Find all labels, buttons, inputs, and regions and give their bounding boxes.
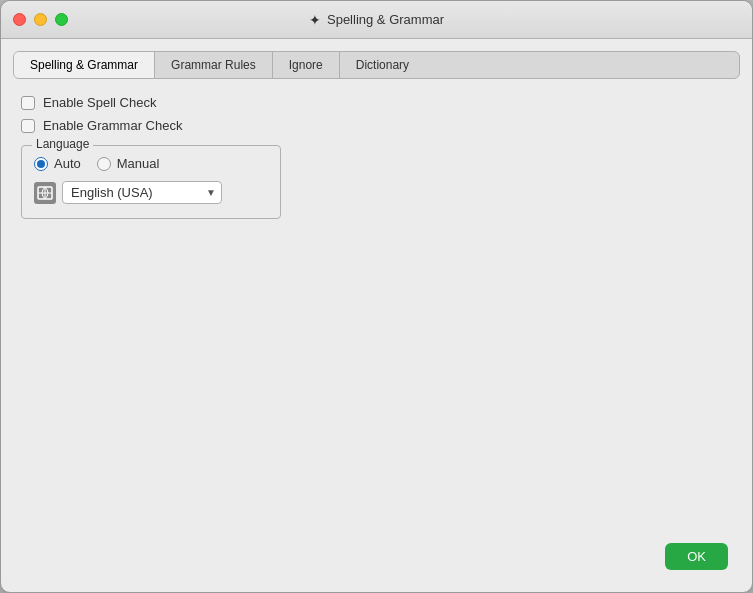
language-icon xyxy=(34,182,56,204)
main-window: ✦ Spelling & Grammar Spelling & Grammar … xyxy=(0,0,753,593)
traffic-lights xyxy=(13,13,68,26)
titlebar-text: Spelling & Grammar xyxy=(327,12,444,27)
minimize-button[interactable] xyxy=(34,13,47,26)
main-area xyxy=(21,219,732,529)
radio-manual-button[interactable] xyxy=(97,157,111,171)
radio-auto[interactable]: Auto xyxy=(34,156,81,171)
footer: OK xyxy=(13,533,740,580)
radio-auto-button[interactable] xyxy=(34,157,48,171)
tab-grammar-rules[interactable]: Grammar Rules xyxy=(155,52,273,78)
grammar-check-label: Enable Grammar Check xyxy=(43,118,182,133)
language-group: Language Auto Manual xyxy=(21,145,281,219)
tab-bar: Spelling & Grammar Grammar Rules Ignore … xyxy=(13,51,740,79)
tab-ignore[interactable]: Ignore xyxy=(273,52,340,78)
close-button[interactable] xyxy=(13,13,26,26)
ok-button[interactable]: OK xyxy=(665,543,728,570)
spell-check-label: Enable Spell Check xyxy=(43,95,156,110)
spell-check-checkbox[interactable] xyxy=(21,96,35,110)
language-legend: Language xyxy=(32,137,93,151)
window-content: Spelling & Grammar Grammar Rules Ignore … xyxy=(1,39,752,592)
maximize-button[interactable] xyxy=(55,13,68,26)
language-select-wrapper: English (USA) English (UK) Spanish Frenc… xyxy=(62,181,222,204)
language-select-row: English (USA) English (UK) Spanish Frenc… xyxy=(34,181,268,204)
radio-manual[interactable]: Manual xyxy=(97,156,160,171)
language-radio-row: Auto Manual xyxy=(34,156,268,171)
grammar-check-row: Enable Grammar Check xyxy=(21,118,732,133)
tab-content: Enable Spell Check Enable Grammar Check … xyxy=(13,91,740,533)
titlebar: ✦ Spelling & Grammar xyxy=(1,1,752,39)
spell-check-row: Enable Spell Check xyxy=(21,95,732,110)
tab-spelling-grammar[interactable]: Spelling & Grammar xyxy=(14,52,155,78)
titlebar-icon: ✦ xyxy=(309,12,321,28)
grammar-check-checkbox[interactable] xyxy=(21,119,35,133)
radio-manual-label: Manual xyxy=(117,156,160,171)
tab-dictionary[interactable]: Dictionary xyxy=(340,52,425,78)
window-title: ✦ Spelling & Grammar xyxy=(309,12,444,28)
language-select[interactable]: English (USA) English (UK) Spanish Frenc… xyxy=(62,181,222,204)
radio-auto-label: Auto xyxy=(54,156,81,171)
